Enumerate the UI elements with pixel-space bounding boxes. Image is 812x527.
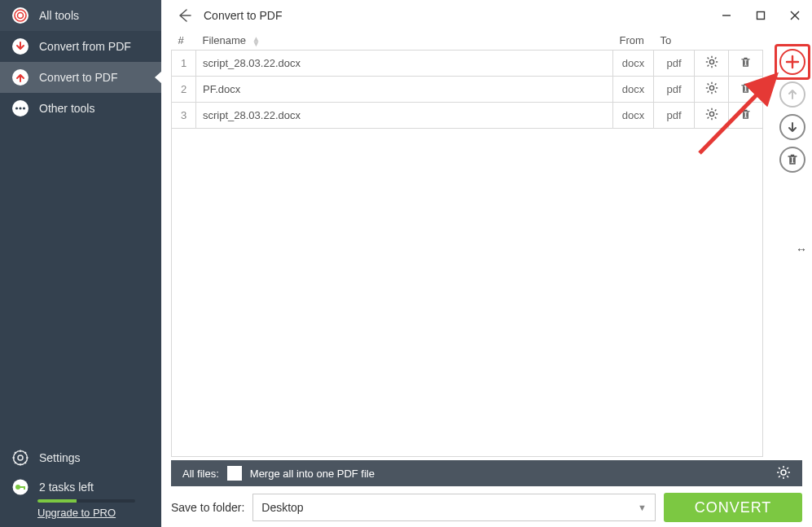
merge-checkbox[interactable] xyxy=(227,466,242,481)
delete-selected-button[interactable] xyxy=(779,147,805,173)
trash-icon xyxy=(740,82,752,94)
cell-num: 3 xyxy=(172,103,196,129)
nav-item-convert-from-pdf[interactable]: Convert from PDF xyxy=(0,31,161,62)
nav-item-all-tools[interactable]: All tools xyxy=(0,0,161,31)
svg-point-8 xyxy=(23,107,25,109)
cell-to: pdf xyxy=(654,103,695,129)
settings-button[interactable]: Settings xyxy=(0,442,161,473)
cell-from: docx xyxy=(613,51,654,77)
key-circle-icon xyxy=(11,478,29,496)
nav-item-convert-to-pdf[interactable]: Convert to PDF xyxy=(0,62,161,93)
topbar: Convert to PDF xyxy=(161,0,812,31)
svg-line-34 xyxy=(707,65,709,67)
gear-icon xyxy=(705,81,718,94)
row-settings-button[interactable] xyxy=(695,51,729,77)
svg-line-32 xyxy=(707,58,709,59)
col-header-filename[interactable]: Filename ▲▼ xyxy=(196,31,613,51)
row-delete-button[interactable] xyxy=(729,51,763,77)
tasks-remaining: 2 tasks left Upgrade to PRO xyxy=(0,473,161,527)
svg-point-55 xyxy=(781,470,786,475)
svg-point-6 xyxy=(15,107,18,109)
svg-rect-24 xyxy=(757,12,765,20)
svg-line-43 xyxy=(707,91,709,93)
row-settings-button[interactable] xyxy=(695,103,729,129)
all-files-label: All files: xyxy=(182,468,219,480)
svg-line-51 xyxy=(714,117,716,119)
folder-select-value: Desktop xyxy=(261,501,303,514)
merge-bar: All files: Merge all into one PDF file xyxy=(171,460,802,486)
sidebar-bottom: Settings 2 tasks left Upgrade to PRO xyxy=(0,442,161,527)
cell-filename: script_28.03.22.docx xyxy=(196,51,613,77)
svg-line-53 xyxy=(714,110,716,112)
add-file-button[interactable] xyxy=(779,49,805,75)
chevron-down-icon: ▼ xyxy=(638,503,647,512)
file-table-area: # Filename ▲▼ From To 1script_28.03.22.d… xyxy=(161,31,773,457)
col-header-num[interactable]: # xyxy=(172,31,196,51)
gear-icon xyxy=(705,108,718,121)
cell-to: pdf xyxy=(654,51,695,77)
svg-line-63 xyxy=(787,468,788,469)
nav-label: Other tools xyxy=(39,102,94,115)
convert-button[interactable]: CONVERT xyxy=(664,493,802,522)
maximize-button[interactable] xyxy=(744,0,778,31)
svg-line-61 xyxy=(787,476,788,477)
arrow-up-circle-icon xyxy=(11,68,29,86)
cell-to: pdf xyxy=(654,77,695,103)
back-button[interactable] xyxy=(173,4,195,27)
minimize-button[interactable] xyxy=(709,0,744,31)
dots-circle-icon xyxy=(11,99,29,117)
sidebar: All tools Convert from PDF Convert to PD… xyxy=(0,0,161,527)
swirl-icon xyxy=(11,7,29,24)
main-panel: Convert to PDF # Filename ▲▼ xyxy=(161,0,812,527)
table-row[interactable]: 2PF.docxdocxpdf xyxy=(172,77,763,103)
svg-line-50 xyxy=(707,110,709,112)
row-delete-button[interactable] xyxy=(729,103,763,129)
move-down-button[interactable] xyxy=(779,114,805,140)
tasks-progress-bar xyxy=(37,499,135,503)
row-delete-button[interactable] xyxy=(729,77,763,103)
nav-label: Convert to PDF xyxy=(39,71,117,84)
nav-list: All tools Convert from PDF Convert to PD… xyxy=(0,0,161,442)
nav-item-other-tools[interactable]: Other tools xyxy=(0,93,161,124)
gear-icon xyxy=(11,449,29,467)
cell-from: docx xyxy=(613,103,654,129)
table-row[interactable]: 3script_28.03.22.docxdocxpdf xyxy=(172,103,763,129)
svg-point-7 xyxy=(19,107,21,109)
merge-label: Merge all into one PDF file xyxy=(250,468,375,480)
nav-label: All tools xyxy=(39,9,79,22)
svg-line-33 xyxy=(714,65,716,67)
trash-icon xyxy=(740,108,752,121)
svg-point-36 xyxy=(709,86,713,90)
svg-line-62 xyxy=(779,476,780,477)
col-header-from[interactable]: From xyxy=(613,31,654,51)
page-title: Convert to PDF xyxy=(204,9,282,22)
bottom-bar: Save to folder: Desktop ▼ CONVERT xyxy=(161,486,812,527)
settings-label: Settings xyxy=(39,451,81,464)
cell-filename: script_28.03.22.docx xyxy=(196,103,613,129)
col-header-to[interactable]: To xyxy=(654,31,695,51)
resize-handle-icon[interactable]: ↔ xyxy=(796,243,807,256)
cell-num: 1 xyxy=(172,51,196,77)
table-row[interactable]: 1script_28.03.22.docxdocxpdf xyxy=(172,51,763,77)
window-controls xyxy=(709,0,812,31)
cell-from: docx xyxy=(613,77,654,103)
svg-point-10 xyxy=(18,455,23,460)
upgrade-link[interactable]: Upgrade to PRO xyxy=(37,507,116,519)
tasks-label: 2 tasks left xyxy=(39,481,94,494)
close-button[interactable] xyxy=(778,0,812,31)
move-up-button[interactable] xyxy=(779,81,805,108)
row-settings-button[interactable] xyxy=(695,77,729,103)
gear-icon xyxy=(705,55,718,68)
save-to-folder-label: Save to folder: xyxy=(171,501,244,514)
file-table: # Filename ▲▼ From To 1script_28.03.22.d… xyxy=(171,31,763,129)
svg-line-35 xyxy=(714,58,716,59)
svg-line-60 xyxy=(779,468,780,469)
folder-select[interactable]: Desktop ▼ xyxy=(252,494,656,521)
all-files-settings-button[interactable] xyxy=(776,465,791,482)
svg-line-52 xyxy=(707,117,709,119)
arrow-down-circle-icon xyxy=(11,37,29,55)
trash-icon xyxy=(740,56,752,68)
svg-line-44 xyxy=(714,84,716,86)
svg-line-42 xyxy=(714,91,716,93)
sort-icon: ▲▼ xyxy=(252,37,261,46)
